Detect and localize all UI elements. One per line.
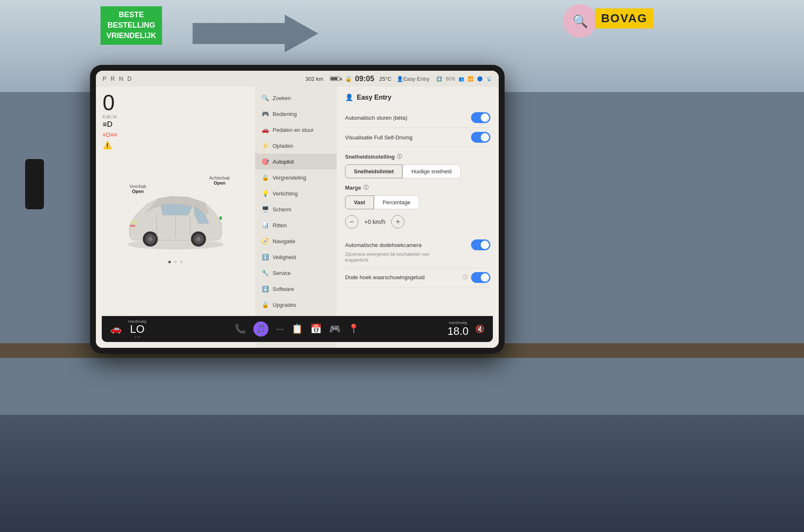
menu-item-vergrendeling[interactable]: 🔒 Vergrendeling xyxy=(255,170,337,185)
sos-icon: SOS xyxy=(446,76,455,81)
snelheid-section-header: Snelheidsinstelling ⓘ xyxy=(345,153,490,160)
speed-decrease-button[interactable]: − xyxy=(345,215,358,229)
light-icon: 💡 xyxy=(262,190,268,197)
bluetooth-icon: 🔵 xyxy=(477,76,483,82)
toggle-visualisatie-label: Visualisatie Full Self-Driving xyxy=(345,134,412,141)
taskbar-right: Handmatig 18.0 🔇 xyxy=(447,321,484,338)
toggle-dodehoekcamera-switch[interactable] xyxy=(471,239,490,250)
wifi-icon: 📶 xyxy=(468,76,474,82)
autopilot-icon: 🎯 xyxy=(262,158,268,165)
calendar-icon[interactable]: 📅 xyxy=(310,324,322,334)
taskbar: 🚗 Handmatig LO ○ ○ 📞 🎵 ··· 📋 📅 🎮 📍 Handm xyxy=(102,316,493,342)
taskbar-left: 🚗 Handmatig LO ○ ○ xyxy=(110,319,147,339)
menu-label-upgrades: Upgrades xyxy=(273,302,296,308)
menu-label-ritten: Ritten xyxy=(273,222,287,229)
user-mode-icon: 👤 xyxy=(397,76,403,82)
snelheid-label: Snelheidsinstelling xyxy=(345,154,394,160)
nav-icon: 🧭 xyxy=(262,238,268,244)
speed-value: 0 xyxy=(103,92,248,113)
taskbar-center: 📞 🎵 ··· 📋 📅 🎮 📍 xyxy=(234,321,359,337)
settings-panel: 👤 Easy Entry Automatisch sturen (bèta) V… xyxy=(337,87,499,348)
upgrades-icon: 🔒 xyxy=(262,301,268,308)
marge-section-header: Marge ⓘ xyxy=(345,184,490,191)
svg-rect-13 xyxy=(219,216,222,220)
toggle-visualisatie-fsd: Visualisatie Full Self-Driving xyxy=(345,128,490,147)
controls-icon: 🎮 xyxy=(262,111,268,117)
taskbar-gear-display: Handmatig LO ○ ○ xyxy=(128,319,147,339)
speed-label: Handmatig xyxy=(447,321,469,325)
toggle-dodehoekcamera-desc: Zijcamera weergeven bij inschakelen van … xyxy=(345,251,450,263)
temperature-display: 25°C xyxy=(379,76,392,82)
marge-button-group: Vast Percentage xyxy=(345,195,490,209)
toggle-visualisatie-switch[interactable] xyxy=(471,132,490,143)
search-icon: 🔍 xyxy=(262,95,268,101)
menu-label-vergrendeling: Vergrendeling xyxy=(273,175,306,181)
menu-item-navigatie[interactable]: 🧭 Navigatie xyxy=(255,233,337,249)
safety-icon: ℹ️ xyxy=(262,254,268,260)
main-content: 0 KM/H ≡D ≡D≡≡ ⚠️ Voorbak Open xyxy=(96,87,499,348)
menu-item-opladen[interactable]: ⚡ Opladen xyxy=(255,138,337,154)
user-mode-label: Easy Entry xyxy=(403,76,430,82)
menu-item-service[interactable]: 🔧 Service xyxy=(255,265,337,281)
toggle-waarschuwingsgeluid-controls: ⓘ xyxy=(463,272,490,283)
svg-point-1 xyxy=(127,239,224,249)
games-icon[interactable]: 🎮 xyxy=(329,324,340,334)
marge-info-icon[interactable]: ⓘ xyxy=(363,184,368,191)
car-home-icon[interactable]: 🚗 xyxy=(110,324,121,334)
car-svg xyxy=(117,184,234,251)
download-menu-icon: ⬇️ xyxy=(262,285,268,292)
menu-item-pedalen[interactable]: 🚗 Pedalen en stuur xyxy=(255,122,337,138)
menu-item-software[interactable]: ⬇️ Software xyxy=(255,281,337,297)
vast-button[interactable]: Vast xyxy=(345,195,374,209)
mute-icon[interactable]: 🔇 xyxy=(475,324,484,334)
menu-label-bediening: Bediening xyxy=(273,111,297,117)
passenger-icon: 👥 xyxy=(459,76,464,82)
battery-icon xyxy=(330,77,340,81)
menu-label-software: Software xyxy=(273,286,294,292)
menu-label-veiligheid: Veiligheid xyxy=(273,254,296,260)
toggle-waarschuwingsgeluid-label: Dode hoek waarschuwingsgeluid xyxy=(345,274,425,280)
speed-value-right: 18.0 xyxy=(447,325,469,338)
toggle-automatisch-sturen: Automatisch sturen (bèta) xyxy=(345,108,490,128)
more-icon[interactable]: ··· xyxy=(276,324,283,334)
toggle-waarschuwingsgeluid-switch[interactable] xyxy=(471,272,490,283)
status-right-icons: ⬇️ SOS 👥 📶 🔵 📡 xyxy=(436,76,492,82)
huidige-snelheid-button[interactable]: Huidige snelheid xyxy=(402,164,460,178)
menu-label-autopilot: Autopilot xyxy=(273,159,294,165)
notes-icon[interactable]: 📋 xyxy=(291,324,303,334)
download-icon: ⬇️ xyxy=(436,76,442,82)
toggle-dodehoekcamera: Automatische dodehoekcamera Zijcamera we… xyxy=(345,235,490,268)
percentage-button[interactable]: Percentage xyxy=(374,195,420,209)
gear-display: P R N D xyxy=(103,75,133,82)
menu-item-veiligheid[interactable]: ℹ️ Veiligheid xyxy=(255,249,337,265)
menu-item-autopilot[interactable]: 🎯 Autopilot xyxy=(255,154,337,170)
toggle-automatisch-switch[interactable] xyxy=(471,112,490,123)
speed-control: − +0 km/h + xyxy=(345,215,490,229)
gear-value: LO xyxy=(128,324,147,334)
menu-item-ritten[interactable]: 📊 Ritten xyxy=(255,217,337,233)
page-dots xyxy=(117,261,234,263)
menu-item-upgrades[interactable]: 🔒 Upgrades xyxy=(255,297,337,313)
menu-label-service: Service xyxy=(273,270,291,276)
time-display: 09:05 xyxy=(355,75,374,83)
toggle-waarschuwingsgeluid: Dode hoek waarschuwingsgeluid ⓘ xyxy=(345,268,490,288)
svg-marker-0 xyxy=(193,15,318,52)
waarschuwing-info-icon[interactable]: ⓘ xyxy=(463,274,468,281)
left-vent xyxy=(25,159,44,209)
menu-item-bediening[interactable]: 🎮 Bediening xyxy=(255,106,337,122)
menu-item-scherm[interactable]: 🖥️ Scherm xyxy=(255,201,337,217)
range-display: 302 km xyxy=(305,76,323,82)
app-icon-purple[interactable]: 🎵 xyxy=(253,321,268,337)
bovag-sign: BOVAG xyxy=(595,8,653,28)
menu-item-zoeken[interactable]: 🔍 Zoeken xyxy=(255,90,337,106)
speed-increase-button[interactable]: + xyxy=(391,215,405,229)
menu-item-verlichting[interactable]: 💡 Verlichting xyxy=(255,185,337,201)
scene-bottom xyxy=(0,415,804,532)
speed-unit: KM/H xyxy=(103,114,248,119)
phone-icon[interactable]: 📞 xyxy=(234,324,246,334)
snelheid-info-icon[interactable]: ⓘ xyxy=(397,153,402,160)
snelheidslimiet-button[interactable]: Snelheidslimiet xyxy=(345,164,402,178)
map-icon[interactable]: 📍 xyxy=(348,324,359,334)
settings-title-icon: 👤 xyxy=(345,93,353,101)
green-sign: BESTEBESTELLINGVRIENDELIJK xyxy=(100,6,162,45)
